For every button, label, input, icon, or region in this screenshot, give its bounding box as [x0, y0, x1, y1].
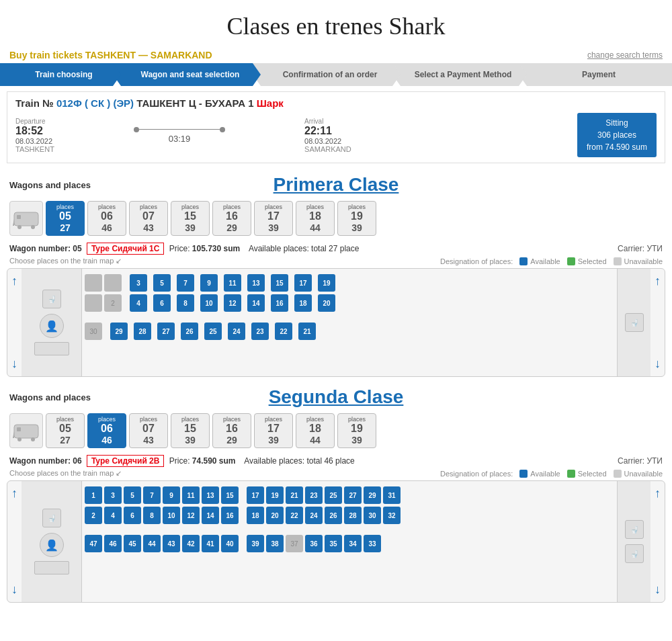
- s2-seat-8[interactable]: 8: [143, 507, 161, 524]
- s2-seat-2[interactable]: 2: [85, 507, 102, 524]
- seat-6[interactable]: 6: [153, 294, 171, 312]
- seat-14[interactable]: 14: [247, 294, 265, 312]
- seat-9[interactable]: 9: [200, 274, 218, 292]
- step-confirmation[interactable]: Confirmation of an order: [253, 63, 401, 86]
- seat-13[interactable]: 13: [247, 274, 265, 292]
- wagon-btn-15-segunda[interactable]: places 15 39: [171, 413, 210, 448]
- s2-seat-5[interactable]: 5: [124, 486, 141, 504]
- segunda-right-up-arrow[interactable]: ↑: [655, 486, 661, 501]
- s2-bot-45[interactable]: 45: [124, 535, 141, 552]
- s2-seat-29[interactable]: 29: [364, 486, 381, 504]
- s2-bot-33[interactable]: 33: [364, 535, 381, 552]
- wagon-btn-06-primera[interactable]: places 06 46: [87, 201, 126, 236]
- step-payment-method[interactable]: Select a Payment Method: [392, 63, 527, 86]
- s2-seat-27[interactable]: 27: [344, 486, 362, 504]
- wagon-btn-05-segunda[interactable]: places 05 27: [46, 413, 85, 448]
- seat-5[interactable]: 5: [153, 274, 171, 292]
- seat-23[interactable]: 23: [251, 323, 269, 340]
- seat-28[interactable]: 28: [134, 323, 151, 340]
- seat-4[interactable]: 4: [130, 294, 147, 312]
- wagon-btn-15-primera[interactable]: places 15 39: [171, 201, 210, 236]
- s2-bot-38[interactable]: 38: [266, 535, 284, 552]
- seat-15[interactable]: 15: [271, 274, 288, 292]
- s2-seat-14[interactable]: 14: [202, 507, 219, 524]
- s2-seat-18[interactable]: 18: [247, 507, 264, 524]
- segunda-up-arrow[interactable]: ↑: [11, 486, 17, 501]
- s2-seat-4[interactable]: 4: [104, 507, 122, 524]
- seat-3[interactable]: 3: [130, 274, 147, 292]
- primera-right-dn-arrow[interactable]: ↓: [655, 357, 661, 371]
- s2-seat-30[interactable]: 30: [364, 507, 381, 524]
- s2-bot-41[interactable]: 41: [202, 535, 219, 552]
- wagon-btn-07-primera[interactable]: places 07 43: [129, 201, 168, 236]
- s2-seat-20[interactable]: 20: [266, 507, 284, 524]
- s2-seat-17[interactable]: 17: [247, 486, 264, 504]
- seat-8[interactable]: 8: [177, 294, 194, 312]
- s2-seat-22[interactable]: 22: [286, 507, 303, 524]
- s2-seat-15[interactable]: 15: [221, 486, 239, 504]
- s2-bot-34[interactable]: 34: [344, 535, 362, 552]
- s2-bot-43[interactable]: 43: [163, 535, 180, 552]
- segunda-right-dn-arrow[interactable]: ↓: [655, 583, 661, 597]
- wagon-btn-18-primera[interactable]: places 18 44: [296, 201, 335, 236]
- s2-bot-46[interactable]: 46: [104, 535, 122, 552]
- seat-12[interactable]: 12: [224, 294, 241, 312]
- wagon-btn-06-segunda[interactable]: places 06 46: [87, 413, 126, 448]
- seat-10[interactable]: 10: [200, 294, 218, 312]
- seat-16[interactable]: 16: [271, 294, 288, 312]
- s2-seat-26[interactable]: 26: [325, 507, 342, 524]
- wagon-btn-17-primera[interactable]: places 17 39: [254, 201, 293, 236]
- wagon-btn-18-segunda[interactable]: places 18 44: [296, 413, 335, 448]
- primera-up-arrow[interactable]: ↑: [11, 274, 17, 288]
- s2-seat-32[interactable]: 32: [383, 507, 401, 524]
- s2-seat-6[interactable]: 6: [124, 507, 141, 524]
- s2-bot-40[interactable]: 40: [221, 535, 239, 552]
- s2-bot-39[interactable]: 39: [247, 535, 264, 552]
- seat-7[interactable]: 7: [177, 274, 194, 292]
- s2-seat-7[interactable]: 7: [143, 486, 161, 504]
- s2-bot-47[interactable]: 47: [85, 535, 102, 552]
- segunda-dn-arrow[interactable]: ↓: [11, 583, 17, 597]
- s2-seat-11[interactable]: 11: [182, 486, 200, 504]
- s2-seat-12[interactable]: 12: [182, 507, 200, 524]
- s2-bot-44[interactable]: 44: [143, 535, 161, 552]
- s2-seat-13[interactable]: 13: [202, 486, 219, 504]
- wagon-btn-07-segunda[interactable]: places 07 43: [129, 413, 168, 448]
- s2-seat-1[interactable]: 1: [85, 486, 102, 504]
- seat-11[interactable]: 11: [224, 274, 241, 292]
- step-payment[interactable]: Payment: [519, 63, 672, 86]
- seat-21[interactable]: 21: [298, 323, 316, 340]
- seat-20[interactable]: 20: [318, 294, 335, 312]
- s2-seat-3[interactable]: 3: [104, 486, 122, 504]
- step-train-choosing[interactable]: Train choosing: [0, 63, 121, 86]
- step-wagon-seat[interactable]: Wagon and seat selection: [113, 63, 261, 86]
- change-search-link[interactable]: change search terms: [587, 50, 663, 60]
- s2-seat-24[interactable]: 24: [305, 507, 323, 524]
- seat-26[interactable]: 26: [181, 323, 198, 340]
- wagon-btn-16-primera[interactable]: places 16 29: [212, 201, 251, 236]
- s2-seat-9[interactable]: 9: [163, 486, 180, 504]
- s2-seat-28[interactable]: 28: [344, 507, 362, 524]
- s2-bot-42[interactable]: 42: [182, 535, 200, 552]
- seat-25[interactable]: 25: [204, 323, 222, 340]
- seat-19[interactable]: 19: [318, 274, 335, 292]
- wagon-btn-05-primera[interactable]: places 05 27: [46, 201, 85, 236]
- s2-seat-31[interactable]: 31: [383, 486, 401, 504]
- s2-seat-21[interactable]: 21: [286, 486, 303, 504]
- seat-17[interactable]: 17: [294, 274, 312, 292]
- seat-24[interactable]: 24: [228, 323, 245, 340]
- seat-29[interactable]: 29: [110, 323, 128, 340]
- s2-seat-10[interactable]: 10: [163, 507, 180, 524]
- s2-seat-23[interactable]: 23: [305, 486, 323, 504]
- seat-18[interactable]: 18: [294, 294, 312, 312]
- primera-dn-arrow[interactable]: ↓: [11, 357, 17, 371]
- seat-27[interactable]: 27: [157, 323, 175, 340]
- s2-seat-19[interactable]: 19: [266, 486, 284, 504]
- seat-22[interactable]: 22: [275, 323, 292, 340]
- s2-bot-35[interactable]: 35: [325, 535, 342, 552]
- wagon-btn-16-segunda[interactable]: places 16 29: [212, 413, 251, 448]
- s2-seat-16[interactable]: 16: [221, 507, 239, 524]
- s2-bot-36[interactable]: 36: [305, 535, 323, 552]
- s2-seat-25[interactable]: 25: [325, 486, 342, 504]
- wagon-btn-19-segunda[interactable]: places 19 39: [337, 413, 376, 448]
